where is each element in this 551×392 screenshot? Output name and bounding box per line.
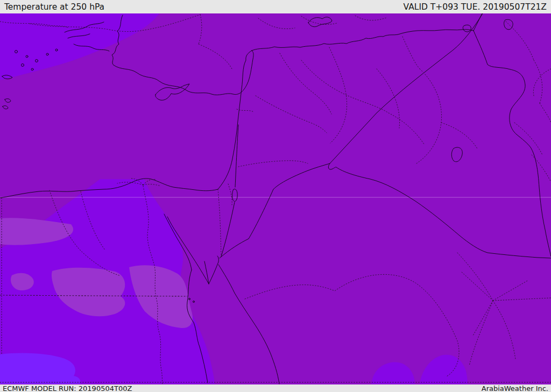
branding-label: ArabiaWeather Inc. [482, 384, 548, 392]
page-title: Temperature at 250 hPa [4, 2, 104, 12]
map-canvas [0, 13, 551, 384]
title-bar: Temperature at 250 hPa VALID T+093 TUE. … [0, 0, 551, 13]
temperature-map-svg [0, 13, 551, 384]
status-bar: ECMWF MODEL RUN: 20190504T00Z ArabiaWeat… [0, 384, 551, 392]
model-run-label: ECMWF MODEL RUN: 20190504T00Z [3, 384, 132, 392]
valid-time-label: VALID T+093 TUE. 20190507T21Z [404, 2, 547, 12]
weather-map-screen: Temperature at 250 hPa VALID T+093 TUE. … [0, 0, 551, 392]
